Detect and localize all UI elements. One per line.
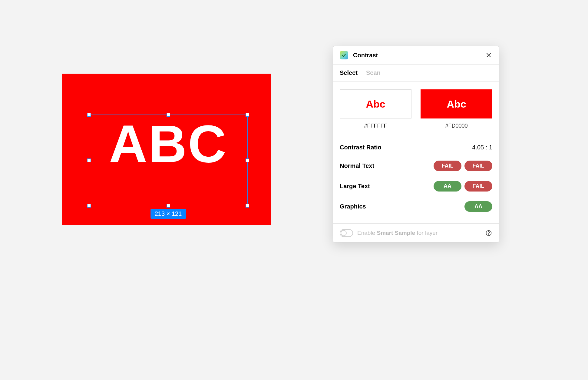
app-icon	[340, 51, 348, 59]
contrast-ratio-label: Contrast Ratio	[340, 144, 472, 151]
background-hex: #FD0000	[445, 123, 467, 129]
normal-text-row: Normal Text FAIL FAIL	[340, 156, 492, 176]
design-canvas[interactable]: ABC 213 × 121	[62, 74, 271, 225]
contrast-panel: Contrast Select Scan Abc #FFFFFF Abc #FD…	[333, 46, 499, 242]
resize-handle-middle-right[interactable]	[246, 158, 249, 162]
results-section: Contrast Ratio 4.05 : 1 Normal Text FAIL…	[333, 136, 499, 224]
panel-title: Contrast	[353, 52, 485, 59]
selection-bounding-box[interactable]: ABC 213 × 121	[89, 115, 248, 206]
selection-size-badge: 213 × 121	[150, 209, 186, 219]
close-icon	[486, 52, 491, 58]
normal-text-aaa-badge: FAIL	[464, 161, 492, 171]
resize-handle-bottom-right[interactable]	[246, 204, 249, 208]
large-text-label: Large Text	[340, 183, 434, 190]
foreground-swatch-box[interactable]: Abc	[340, 89, 411, 118]
graphics-row: Graphics AA	[340, 196, 492, 217]
background-swatch-box[interactable]: Abc	[421, 89, 492, 118]
toggle-knob	[341, 230, 347, 236]
resize-handle-top-left[interactable]	[87, 113, 91, 117]
tab-select[interactable]: Select	[340, 69, 358, 76]
close-button[interactable]	[485, 52, 492, 59]
help-button[interactable]	[485, 229, 492, 237]
resize-handle-bottom-middle[interactable]	[167, 204, 170, 208]
graphics-label: Graphics	[340, 203, 464, 210]
svg-point-1	[488, 234, 489, 235]
normal-text-aa-badge: FAIL	[434, 161, 461, 171]
large-text-row: Large Text AA FAIL	[340, 176, 492, 196]
smart-sample-label: Enable Smart Sample for layer	[357, 230, 481, 236]
panel-header: Contrast	[333, 46, 499, 65]
resize-handle-middle-left[interactable]	[87, 158, 91, 162]
resize-handle-bottom-left[interactable]	[87, 204, 91, 208]
panel-footer: Enable Smart Sample for layer	[333, 224, 499, 242]
help-icon	[486, 230, 492, 236]
resize-handle-top-middle[interactable]	[167, 113, 170, 117]
resize-handle-top-right[interactable]	[246, 113, 249, 117]
foreground-hex: #FFFFFF	[364, 123, 387, 129]
large-text-aaa-badge: FAIL	[464, 181, 492, 192]
normal-text-label: Normal Text	[340, 162, 434, 169]
color-swatches: Abc #FFFFFF Abc #FD0000	[333, 82, 499, 136]
foreground-swatch: Abc #FFFFFF	[340, 89, 411, 129]
selected-text-layer[interactable]: ABC	[89, 117, 247, 170]
large-text-aa-badge: AA	[434, 181, 461, 192]
graphics-aa-badge: AA	[464, 201, 492, 212]
background-swatch: Abc #FD0000	[421, 89, 492, 129]
panel-tabs: Select Scan	[333, 65, 499, 82]
contrast-ratio-row: Contrast Ratio 4.05 : 1	[340, 139, 492, 156]
smart-sample-toggle[interactable]	[340, 229, 353, 237]
checkmark-icon	[342, 53, 346, 58]
tab-scan[interactable]: Scan	[366, 69, 381, 76]
contrast-ratio-value: 4.05 : 1	[472, 144, 492, 151]
